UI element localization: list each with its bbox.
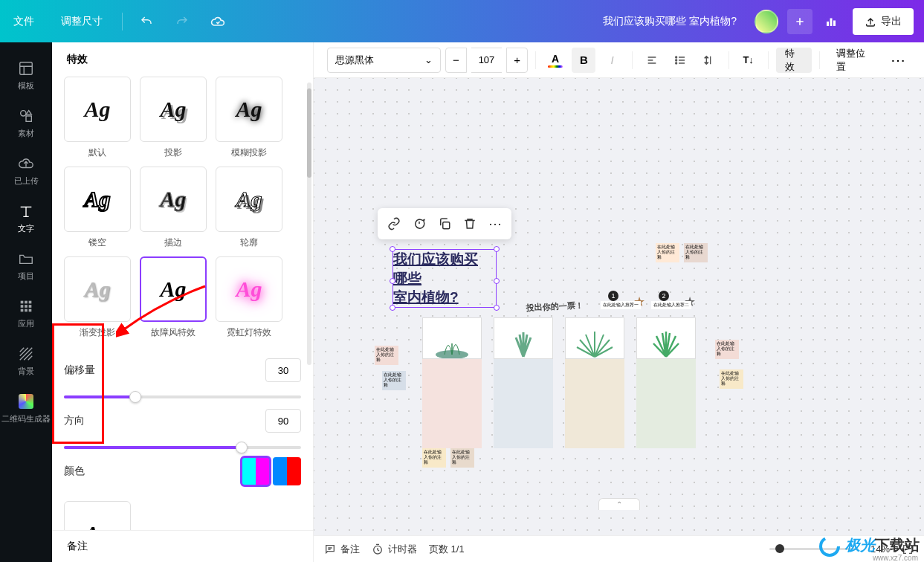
rail-elements[interactable]: 素材 <box>0 99 52 146</box>
svg-rect-0 <box>827 22 829 26</box>
undo-icon[interactable] <box>132 7 161 36</box>
rail-background[interactable]: 背景 <box>0 337 52 384</box>
font-size-plus[interactable]: + <box>506 48 528 73</box>
svg-rect-14 <box>29 309 32 311</box>
sticky-note[interactable]: 在此处输入你的注释 <box>450 448 474 468</box>
svg-point-16 <box>676 59 677 61</box>
pages-indicator[interactable]: 页数 1/1 <box>429 543 465 556</box>
text-color[interactable]: A <box>543 48 567 73</box>
rail-projects[interactable]: 项目 <box>0 242 52 289</box>
vertical-text-button[interactable]: T↓ <box>737 48 760 73</box>
context-toolbar: 思源黑体⌄ − 107 + A B I T↓ 特效 调整位置 ⋯ <box>314 42 924 78</box>
export-button[interactable]: 导出 <box>853 8 914 35</box>
effect-glitch[interactable]: Ag故障风特效 <box>140 256 207 339</box>
sticky-note[interactable]: 在此处输入你的注释 <box>656 243 679 262</box>
effect-gradient[interactable]: Ag渐变投影 <box>64 256 131 339</box>
plant-card-2[interactable] <box>494 317 553 366</box>
sticky-note[interactable]: 在此处输入你的注释 <box>422 448 446 468</box>
sticky-note[interactable]: 在此处输入你的注释 <box>382 371 406 390</box>
effect-background[interactable]: Ag背景 <box>64 501 131 530</box>
top-bar: 文件 调整尺寸 我们应该购买哪些 室内植物? 导出 <box>0 0 924 42</box>
templates-icon <box>17 59 35 77</box>
color-control: 颜色 <box>64 453 301 489</box>
sticky-note[interactable]: 在此处输入你的注释 <box>720 369 743 389</box>
rail-templates[interactable]: 模板 <box>0 51 52 99</box>
effect-hollow[interactable]: Ag镂空 <box>64 167 131 249</box>
chevron-down-icon: ⌄ <box>424 54 433 65</box>
timer-button[interactable]: 计时器 <box>372 543 417 556</box>
bold-button[interactable]: B <box>572 48 595 73</box>
spacing-button[interactable] <box>697 48 720 73</box>
offset-input[interactable] <box>265 358 301 382</box>
effect-blur-shadow[interactable]: Ag模糊投影 <box>216 77 282 159</box>
offset-slider[interactable] <box>64 395 301 398</box>
font-size-minus[interactable]: − <box>445 48 467 73</box>
effect-stroke[interactable]: Ag描边 <box>140 167 207 249</box>
effects-pill[interactable]: 特效 <box>776 48 812 73</box>
panel-title: 特效 <box>52 42 313 77</box>
share-add-button[interactable] <box>787 9 812 34</box>
effect-neon[interactable]: Ag霓虹灯特效 <box>216 256 282 339</box>
effect-shadow[interactable]: Ag投影 <box>140 77 207 159</box>
plant-card-3[interactable] <box>565 317 624 366</box>
strip-2: 在此处输入推荐二 <box>651 301 691 309</box>
uploads-icon <box>17 155 35 172</box>
svg-point-15 <box>676 56 677 58</box>
more-menu-icon[interactable]: ⋯ <box>486 215 504 233</box>
badge-2: 2 <box>659 291 669 301</box>
analytics-icon[interactable] <box>818 9 844 34</box>
font-size-value[interactable]: 107 <box>471 48 503 73</box>
plant-card-4[interactable] <box>636 317 696 366</box>
italic-button[interactable]: I <box>600 48 624 73</box>
svg-rect-5 <box>26 116 31 121</box>
effect-outline[interactable]: Ag轮廓 <box>216 167 282 249</box>
more-icon[interactable]: ⋯ <box>887 48 911 73</box>
floating-toolbar: ⋯ <box>378 208 511 239</box>
notes-section[interactable]: 备注 <box>52 530 313 562</box>
svg-point-4 <box>21 110 26 115</box>
export-label: 导出 <box>881 15 902 28</box>
sticky-note[interactable]: 在此处输入你的注释 <box>715 340 739 359</box>
avatar[interactable] <box>755 10 778 33</box>
notes-button[interactable]: 备注 <box>324 543 360 556</box>
panel-scrollbar[interactable] <box>307 83 311 365</box>
effects-panel: 特效 Ag默认 Ag投影 Ag模糊投影 Ag镂空 Ag描边 Ag轮廓 Ag渐变投… <box>52 42 314 562</box>
svg-rect-3 <box>20 62 33 74</box>
rail-uploads[interactable]: 已上传 <box>0 146 52 194</box>
color-swatch-blue-red[interactable] <box>273 457 301 485</box>
copy-icon[interactable] <box>436 215 453 233</box>
plant-card-1[interactable] <box>422 317 482 366</box>
direction-input[interactable] <box>265 409 301 433</box>
background-icon <box>17 345 35 363</box>
list-button[interactable] <box>668 48 692 73</box>
rail-qr[interactable]: 二维码生成器 <box>0 384 52 432</box>
color-swatch-cyan-magenta[interactable] <box>242 457 270 485</box>
redo-icon[interactable] <box>167 7 197 36</box>
page-handle[interactable]: ⌃ <box>598 498 640 510</box>
direction-control: 方向 <box>64 403 301 439</box>
sticky-note[interactable]: 在此处输入你的注释 <box>375 346 398 365</box>
link-icon[interactable] <box>385 215 403 233</box>
selected-text-box[interactable]: 我们应该购买哪些室内植物? <box>392 249 497 308</box>
cloud-sync-icon[interactable] <box>203 7 233 36</box>
strip-1: 在此处输入推荐一 <box>601 301 641 309</box>
direction-slider[interactable] <box>64 446 301 449</box>
rail-apps[interactable]: 应用 <box>0 289 52 337</box>
text-icon <box>17 202 35 220</box>
effects-grid: Ag默认 Ag投影 Ag模糊投影 Ag镂空 Ag描边 Ag轮廓 Ag渐变投影 A… <box>64 77 301 339</box>
position-pill[interactable]: 调整位置 <box>827 48 882 73</box>
delete-icon[interactable] <box>461 215 479 233</box>
font-select[interactable]: 思源黑体⌄ <box>327 48 441 73</box>
file-menu[interactable]: 文件 <box>0 0 48 42</box>
document-title[interactable]: 我们应该购买哪些 室内植物? <box>236 15 749 28</box>
svg-rect-1 <box>830 18 833 26</box>
comment-icon[interactable] <box>410 215 428 233</box>
canvas-area[interactable]: ⋯ 我们应该购买哪些室内植物? 投出你的一票！ 1 ★ 2 ★ 在此处输入推荐一… <box>314 78 924 535</box>
resize-menu[interactable]: 调整尺寸 <box>48 0 116 42</box>
qr-icon <box>17 393 35 410</box>
watermark-url: www.xz7.com <box>873 554 918 562</box>
effect-default[interactable]: Ag默认 <box>64 77 131 159</box>
sticky-note[interactable]: 在此处输入你的注释 <box>684 243 708 262</box>
rail-text[interactable]: 文字 <box>0 194 52 242</box>
align-button[interactable] <box>640 48 664 73</box>
